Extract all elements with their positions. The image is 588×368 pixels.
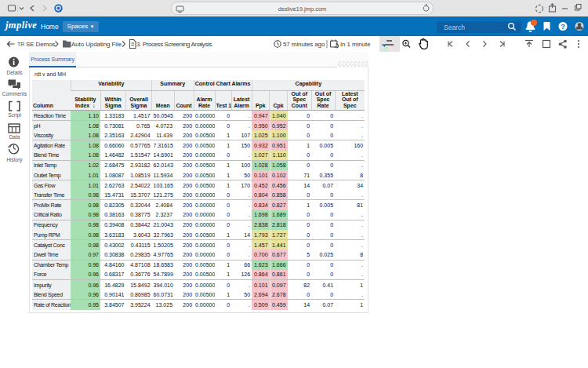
svg-text:?: ? — [561, 23, 565, 31]
svg-text:TR: TR — [17, 42, 24, 47]
